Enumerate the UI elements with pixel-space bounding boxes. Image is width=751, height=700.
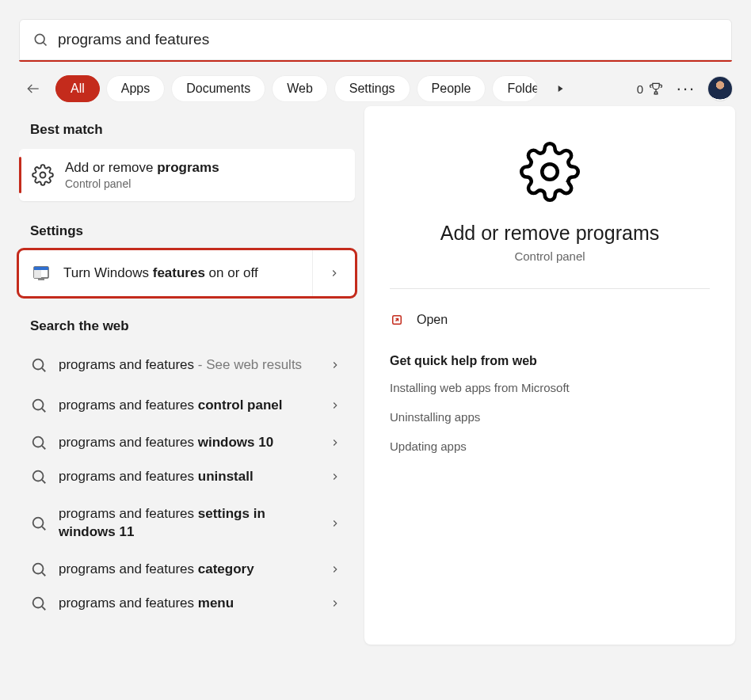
tab-all[interactable]: All [55, 75, 100, 102]
search-input[interactable] [58, 31, 719, 48]
section-search-web: Search the web [30, 318, 355, 334]
preview-panel: Add or remove programs Control panel Ope… [364, 106, 735, 645]
svg-line-10 [42, 369, 45, 372]
settings-result-label: Turn Windows features on or off [63, 265, 312, 281]
more-menu-button[interactable]: ··· [672, 74, 700, 103]
tab-people[interactable]: People [417, 75, 486, 102]
selection-accent [19, 157, 21, 193]
search-icon [30, 468, 48, 485]
search-icon [30, 397, 48, 414]
tab-apps[interactable]: Apps [106, 75, 165, 102]
svg-line-12 [42, 409, 45, 413]
windows-features-icon [19, 264, 63, 283]
search-icon [32, 32, 48, 48]
help-links: Installing web apps from MicrosoftUninst… [390, 381, 710, 453]
svg-line-20 [42, 573, 45, 576]
web-result-text: programs and features uninstall [59, 468, 311, 486]
search-underline [19, 60, 732, 62]
help-link[interactable]: Installing web apps from Microsoft [390, 381, 710, 394]
tab-folders[interactable]: Folders [492, 75, 538, 102]
svg-point-5 [40, 173, 46, 178]
open-icon [390, 313, 404, 327]
web-result[interactable]: programs and features settings in window… [19, 494, 355, 553]
svg-point-13 [33, 437, 44, 447]
search-icon [30, 434, 48, 451]
web-result-text: programs and features - See web results [59, 356, 311, 375]
web-result[interactable]: programs and features uninstall [19, 460, 355, 494]
svg-point-21 [33, 598, 44, 608]
back-button[interactable] [19, 74, 48, 103]
web-result-text: programs and features menu [59, 595, 311, 613]
rewards-points[interactable]: 0 [637, 81, 664, 97]
divider [390, 288, 710, 289]
web-result[interactable]: programs and features windows 10 [19, 426, 355, 460]
chevron-right-icon [322, 400, 349, 411]
svg-point-19 [33, 564, 44, 574]
chevron-right-icon [322, 598, 349, 609]
svg-rect-8 [34, 270, 41, 278]
preview-gear-icon [390, 141, 710, 203]
svg-point-23 [542, 164, 558, 180]
section-settings: Settings [30, 223, 355, 239]
preview-subtitle: Control panel [390, 249, 710, 263]
web-result-text: programs and features category [59, 561, 311, 579]
svg-point-9 [33, 360, 44, 370]
filter-pills: All Apps Documents Web Settings People F… [55, 75, 538, 102]
web-result-text: programs and features control panel [59, 397, 311, 415]
search-icon [30, 561, 48, 578]
preview-title: Add or remove programs [390, 222, 710, 245]
web-result[interactable]: programs and features menu [19, 587, 355, 621]
svg-marker-3 [558, 86, 563, 92]
web-result[interactable]: programs and features category [19, 553, 355, 587]
web-results-list: programs and features - See web resultsp… [19, 345, 355, 621]
scroll-tabs-right-button[interactable] [546, 74, 574, 103]
filter-row: All Apps Documents Web Settings People F… [19, 74, 732, 103]
chevron-right-icon [322, 518, 349, 529]
svg-line-16 [42, 480, 45, 483]
svg-line-14 [42, 446, 45, 449]
svg-point-0 [35, 34, 44, 44]
tab-web[interactable]: Web [272, 75, 328, 102]
help-title: Get quick help from web [390, 354, 710, 368]
settings-result-windows-features[interactable]: Turn Windows features on or off [19, 250, 355, 296]
chevron-right-icon [322, 437, 349, 448]
open-label: Open [417, 313, 448, 327]
help-link[interactable]: Updating apps [390, 439, 710, 453]
section-best-match: Best match [30, 122, 355, 138]
tab-settings[interactable]: Settings [334, 75, 410, 102]
best-match-title: Add or remove programs [65, 160, 219, 176]
search-icon [30, 356, 48, 374]
search-box[interactable] [19, 19, 732, 60]
search-bar [19, 19, 732, 62]
svg-point-17 [33, 517, 44, 527]
web-result-text: programs and features settings in window… [59, 505, 311, 542]
svg-point-11 [33, 400, 44, 410]
best-match-subtitle: Control panel [65, 177, 219, 190]
chevron-right-icon [322, 564, 349, 575]
web-result-text: programs and features windows 10 [59, 434, 311, 452]
svg-line-18 [42, 527, 45, 530]
svg-point-15 [33, 471, 44, 481]
help-link[interactable]: Uninstalling apps [390, 410, 710, 424]
gear-icon [32, 164, 54, 186]
svg-rect-7 [34, 267, 48, 270]
chevron-right-icon [322, 360, 349, 371]
best-match-result[interactable]: Add or remove programs Control panel [19, 149, 355, 201]
chevron-right-icon [322, 471, 349, 482]
search-icon [30, 595, 48, 612]
open-action[interactable]: Open [390, 308, 710, 332]
web-result[interactable]: programs and features - See web results [19, 345, 355, 386]
points-count: 0 [637, 82, 643, 96]
expand-button[interactable] [312, 250, 355, 296]
svg-line-1 [44, 43, 47, 46]
tab-documents[interactable]: Documents [171, 75, 265, 102]
web-result[interactable]: programs and features control panel [19, 386, 355, 426]
trophy-icon [648, 81, 664, 97]
search-icon [30, 515, 48, 532]
svg-line-22 [42, 607, 45, 610]
user-avatar[interactable] [708, 77, 732, 101]
